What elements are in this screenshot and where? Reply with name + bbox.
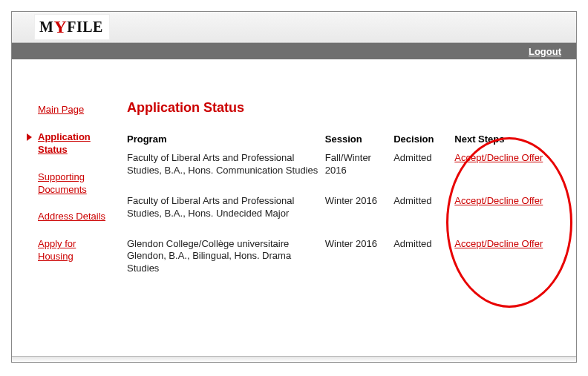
col-header-session: Session	[325, 131, 393, 149]
cell-decision: Admitted	[393, 235, 454, 291]
cell-session: Winter 2016	[325, 192, 393, 235]
utility-bar: Logout	[12, 43, 576, 59]
accept-decline-link[interactable]: Accept/Decline Offer	[454, 195, 543, 206]
cell-program: Faculty of Liberal Arts and Professional…	[127, 192, 325, 235]
page-title: Application Status	[127, 100, 561, 116]
sidebar-item-application-status: Application Status	[38, 131, 108, 156]
logout-link[interactable]: Logout	[529, 46, 561, 57]
accept-decline-link[interactable]: Accept/Decline Offer	[454, 238, 543, 249]
logo: MYFILE	[34, 14, 110, 40]
table-header-row: Program Session Decision Next Steps	[127, 131, 561, 149]
sidebar-item-main-page: Main Page	[38, 104, 108, 116]
cell-session: Winter 2016	[325, 235, 393, 291]
accept-decline-link[interactable]: Accept/Decline Offer	[454, 152, 543, 163]
applications-table: Program Session Decision Next Steps Facu…	[127, 131, 561, 290]
sidebar-link-address-details[interactable]: Address Details	[38, 211, 108, 223]
cell-program: Glendon College/Collège universitaire Gl…	[127, 235, 325, 291]
sidebar-link-supporting-documents[interactable]: Supporting Documents	[38, 171, 108, 197]
logo-text-post: FILE	[67, 19, 103, 35]
sidebar-item-address-details: Address Details	[38, 211, 108, 223]
col-header-program: Program	[127, 131, 325, 149]
logo-text-pre: M	[39, 19, 53, 35]
bottom-shadow	[12, 356, 576, 362]
sidebar-link-main-page[interactable]: Main Page	[38, 104, 108, 116]
cell-program: Faculty of Liberal Arts and Professional…	[127, 149, 325, 192]
table-row: Glendon College/Collège universitaire Gl…	[127, 235, 561, 291]
active-marker-icon	[27, 133, 32, 141]
content-area: Main Page Application Status Supporting …	[12, 59, 576, 356]
main-panel: Application Status Program Session Decis…	[108, 100, 561, 334]
sidebar-item-supporting-documents: Supporting Documents	[38, 171, 108, 197]
app-window: MYFILE Logout Main Page Application Stat…	[11, 11, 577, 363]
table-row: Faculty of Liberal Arts and Professional…	[127, 192, 561, 235]
sidebar-link-application-status[interactable]: Application Status	[38, 131, 108, 156]
table-row: Faculty of Liberal Arts and Professional…	[127, 149, 561, 192]
sidebar-link-apply-for-housing[interactable]: Apply for Housing	[38, 238, 108, 263]
sidebar-item-apply-for-housing: Apply for Housing	[38, 238, 108, 263]
sidebar: Main Page Application Status Supporting …	[27, 100, 108, 334]
cell-decision: Admitted	[393, 192, 454, 235]
col-header-next-steps: Next Steps	[454, 131, 561, 149]
cell-session: Fall/Winter 2016	[325, 149, 393, 192]
header-bar: MYFILE	[12, 12, 576, 43]
cell-decision: Admitted	[393, 149, 454, 192]
col-header-decision: Decision	[393, 131, 454, 149]
logo-text-y: Y	[53, 17, 67, 36]
